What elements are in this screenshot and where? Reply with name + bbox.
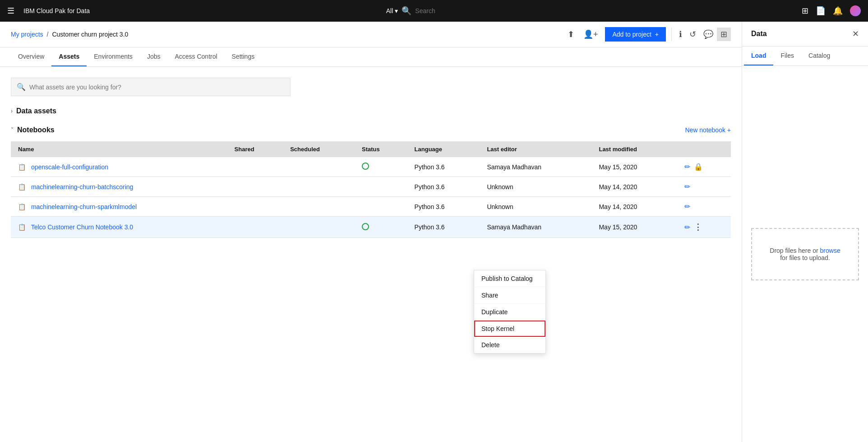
notebook-link-3[interactable]: machinelearning-churn-sparkmlmodel <box>31 203 137 210</box>
cell-actions-2: ✏ <box>677 177 731 197</box>
cell-editor-1: Samaya Madhavan <box>480 157 591 177</box>
bell-icon[interactable]: 🔔 <box>833 6 843 16</box>
apps-icon[interactable]: ⊞ <box>802 6 808 16</box>
document-icon[interactable]: 📄 <box>816 6 826 16</box>
cell-name-2: 📋 machinelearning-churn-batchscoring <box>11 177 227 197</box>
edit-icon-3[interactable]: ✏ <box>684 202 690 211</box>
col-last-modified: Last modified <box>591 141 677 157</box>
right-tab-catalog[interactable]: Catalog <box>801 47 837 65</box>
table-row: 📋 machinelearning-churn-batchscoring Pyt… <box>11 177 731 197</box>
cell-shared-3 <box>227 197 283 217</box>
right-tab-files[interactable]: Files <box>773 47 801 65</box>
notebooks-title: Notebooks <box>17 126 55 134</box>
notebook-doc-icon-2: 📋 <box>18 183 26 191</box>
action-icons-3: ✏ <box>684 202 724 211</box>
action-icons-2: ✏ <box>684 182 724 191</box>
cell-actions-4: ✏ ⋮ <box>677 217 731 238</box>
drop-zone[interactable]: Drop files here or browse for files to u… <box>751 228 859 280</box>
info-icon-btn[interactable]: ℹ <box>675 28 686 41</box>
breadcrumb-separator: / <box>47 31 49 38</box>
notebook-doc-icon-4: 📋 <box>18 223 26 231</box>
col-name: Name <box>11 141 227 157</box>
upload-button[interactable]: ⬆ <box>566 28 576 41</box>
right-panel-tabs: Load Files Catalog <box>742 47 868 66</box>
cell-shared-4 <box>227 217 283 238</box>
navbar: ☰ IBM Cloud Pak for Data All ▾ 🔍 ⊞ 📄 🔔 <box>0 0 868 22</box>
context-menu-share[interactable]: Share <box>474 287 545 304</box>
notebooks-section-toggle[interactable]: ˅ Notebooks <box>11 126 55 134</box>
all-dropdown[interactable]: All ▾ <box>386 7 398 14</box>
breadcrumb-link[interactable]: My projects <box>11 31 43 38</box>
grid-icon-btn[interactable]: ⊞ <box>717 28 731 41</box>
brand-name: IBM Cloud Pak for Data <box>23 7 90 14</box>
context-menu-duplicate[interactable]: Duplicate <box>474 304 545 321</box>
cell-modified-1: May 15, 2020 <box>591 157 677 177</box>
avatar[interactable] <box>850 5 861 16</box>
table-row: 📋 Telco Customer Churn Notebook 3.0 Pyth… <box>11 217 731 238</box>
menu-icon[interactable]: ☰ <box>7 6 14 16</box>
cell-shared-1 <box>227 157 283 177</box>
context-menu-publish[interactable]: Publish to Catalog <box>474 270 545 287</box>
breadcrumb: My projects / Customer churn project 3.0 <box>11 31 128 38</box>
browse-link[interactable]: browse <box>820 247 840 254</box>
notebooks-section: ˅ Notebooks New notebook + Name Shared S… <box>11 126 731 238</box>
right-tab-load[interactable]: Load <box>744 47 773 65</box>
cell-scheduled-2 <box>283 177 355 197</box>
right-panel-close-button[interactable]: ✕ <box>852 29 859 39</box>
all-label: All <box>386 7 393 14</box>
asset-search-input[interactable] <box>29 84 285 91</box>
cell-language-3: Python 3.6 <box>407 197 480 217</box>
asset-search-box[interactable]: 🔍 <box>11 78 291 96</box>
edit-icon-4[interactable]: ✏ <box>684 223 690 232</box>
add-to-project-label: Add to project <box>612 31 651 38</box>
context-menu-stop-kernel[interactable]: Stop Kernel <box>474 321 545 337</box>
cell-language-2: Python 3.6 <box>407 177 480 197</box>
notebook-link-1[interactable]: openscale-full-configuration <box>31 163 108 171</box>
navbar-center: All ▾ 🔍 <box>95 6 796 16</box>
notebooks-table: Name Shared Scheduled Status Language La… <box>11 141 731 238</box>
new-notebook-button[interactable]: New notebook + <box>685 126 731 134</box>
notebook-doc-icon-3: 📋 <box>18 203 26 210</box>
tab-overview[interactable]: Overview <box>11 47 51 66</box>
cell-status-2 <box>355 177 407 197</box>
action-icons-4: ✏ ⋮ <box>684 222 724 232</box>
right-panel: Data ✕ Load Files Catalog Drop files her… <box>742 22 868 442</box>
data-assets-chevron-icon: › <box>11 108 13 114</box>
notebook-link-2[interactable]: machinelearning-churn-batchscoring <box>31 183 133 191</box>
cell-status-3 <box>355 197 407 217</box>
status-active-icon-1 <box>362 163 369 170</box>
tab-assets[interactable]: Assets <box>51 47 87 66</box>
user-add-button[interactable]: 👤+ <box>582 28 600 41</box>
action-icons-1: ✏ 🔒 <box>684 163 724 171</box>
col-scheduled: Scheduled <box>283 141 355 157</box>
cell-shared-2 <box>227 177 283 197</box>
notebooks-chevron-icon: ˅ <box>11 127 14 133</box>
cell-scheduled-3 <box>283 197 355 217</box>
notebook-link-4[interactable]: Telco Customer Churn Notebook 3.0 <box>31 223 133 231</box>
data-assets-section-header[interactable]: › Data assets <box>11 107 731 115</box>
data-assets-title: Data assets <box>16 107 56 115</box>
tab-environments[interactable]: Environments <box>87 47 140 66</box>
breadcrumb-actions: ⬆ 👤+ Add to project + ℹ ↺ 💬 ⊞ <box>566 27 731 42</box>
right-panel-body: Drop files here or browse for files to u… <box>742 66 868 442</box>
tab-jobs[interactable]: Jobs <box>140 47 168 66</box>
add-plus-icon: + <box>655 31 659 38</box>
edit-icon-2[interactable]: ✏ <box>684 182 690 191</box>
navbar-right: ⊞ 📄 🔔 <box>802 5 861 16</box>
col-actions <box>677 141 731 157</box>
add-to-project-button[interactable]: Add to project + <box>605 27 666 42</box>
history-icon-btn[interactable]: ↺ <box>686 28 700 41</box>
tab-settings[interactable]: Settings <box>225 47 262 66</box>
content-area: 🔍 › Data assets ˅ Notebooks New notebook… <box>0 67 742 249</box>
overflow-menu-icon-4[interactable]: ⋮ <box>694 222 702 232</box>
search-icon: 🔍 <box>402 6 411 16</box>
navbar-search-input[interactable] <box>415 7 505 14</box>
chat-icon-btn[interactable]: 💬 <box>700 28 717 41</box>
context-menu-delete[interactable]: Delete <box>474 337 545 353</box>
lock-icon-1[interactable]: 🔒 <box>694 163 703 171</box>
main-container: My projects / Customer churn project 3.0… <box>0 22 868 442</box>
edit-icon-1[interactable]: ✏ <box>684 163 690 171</box>
right-panel-header: Data ✕ <box>742 22 868 47</box>
tab-access-control[interactable]: Access Control <box>167 47 224 66</box>
cell-modified-3: May 14, 2020 <box>591 197 677 217</box>
